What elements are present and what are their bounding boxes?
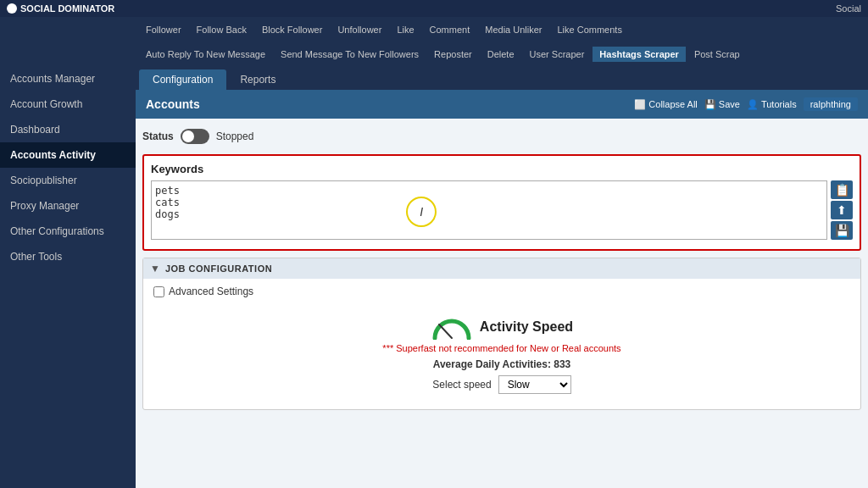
status-toggle[interactable] <box>181 129 209 144</box>
nav-block-follower[interactable]: Block Follower <box>255 22 330 37</box>
keywords-inner: pets cats dogs I 📋 ⬆ 💾 <box>151 180 853 242</box>
nav-post-scrap[interactable]: Post Scrap <box>687 47 747 62</box>
svg-line-0 <box>439 324 452 338</box>
nav-reposter[interactable]: Reposter <box>427 47 479 62</box>
nav-delete[interactable]: Delete <box>481 47 521 62</box>
keywords-copy-button[interactable]: 📋 <box>831 180 853 199</box>
nav-user-scraper[interactable]: User Scraper <box>523 47 592 62</box>
activity-speed-title: Activity Speed <box>480 319 573 335</box>
tab-configuration[interactable]: Configuration <box>139 69 226 90</box>
speed-select-label: Select speed <box>432 379 491 391</box>
nav-media-unliker[interactable]: Media Unliker <box>478 22 548 37</box>
section-collapse-icon: ▼ <box>150 263 160 274</box>
speed-select-row: Select speed Slow Normal Fast Superfast <box>432 375 570 394</box>
sidebar-item-dashboard[interactable]: Dashboard <box>0 117 136 142</box>
nav-row1: Follower Follow Back Block Follower Unfo… <box>136 17 868 42</box>
content-body: Status Stopped Keywords pets cats dogs I… <box>136 119 868 488</box>
app-logo: SOCIAL DOMINATOR <box>7 3 114 14</box>
tutorials-icon: 👤 <box>747 99 759 110</box>
advanced-settings-checkbox[interactable] <box>153 286 164 297</box>
stopped-label: Stopped <box>216 130 254 142</box>
job-config: ▼ JOB CONFIGURATION Advanced Settings <box>142 258 861 410</box>
speed-select[interactable]: Slow Normal Fast Superfast <box>498 375 571 394</box>
sidebar-item-proxy-manager[interactable]: Proxy Manager <box>0 193 136 219</box>
tutorials-label: Tutorials <box>761 99 797 109</box>
speed-header: Activity Speed <box>431 314 573 340</box>
content-header: Accounts ⬜ Collapse All 💾 Save 👤 Tutoria… <box>136 90 868 119</box>
logo-icon <box>7 3 17 14</box>
speed-warning: *** Superfast not recommended for New or… <box>382 343 620 353</box>
nav-like[interactable]: Like <box>390 22 420 37</box>
nav-like-comments[interactable]: Like Comments <box>551 22 629 37</box>
status-row: Status Stopped <box>142 125 861 147</box>
keywords-title: Keywords <box>151 163 853 175</box>
toggle-slider <box>181 129 209 144</box>
save-icon: 💾 <box>704 99 716 110</box>
activity-speed: Activity Speed *** Superfast not recomme… <box>153 306 850 402</box>
tabs-row: Configuration Reports <box>136 66 868 90</box>
speed-daily-value: 833 <box>554 358 570 370</box>
job-config-body: Advanced Settings Activity Speed *** Sup… <box>143 279 860 409</box>
accounts-title: Accounts <box>146 97 200 111</box>
collapse-all-button[interactable]: ⬜ Collapse All <box>634 99 697 110</box>
nav-send-message[interactable]: Send Message To New Followers <box>274 47 426 62</box>
advanced-settings-label[interactable]: Advanced Settings <box>169 286 253 297</box>
nav-follower[interactable]: Follower <box>139 22 188 37</box>
platform-label: Social <box>836 3 861 14</box>
header-actions: ⬜ Collapse All 💾 Save 👤 Tutorials ralpht… <box>634 97 858 111</box>
sidebar-item-accounts-manager[interactable]: Accounts Manager <box>0 66 136 92</box>
speed-daily-label: Average Daily Activities: <box>433 358 551 370</box>
keywords-buttons: 📋 ⬆ 💾 <box>831 180 853 242</box>
collapse-icon: ⬜ <box>634 99 646 110</box>
save-label: Save <box>719 99 740 109</box>
top-bar: SOCIAL DOMINATOR Social <box>0 0 868 17</box>
status-label: Status <box>142 130 174 142</box>
collapse-all-label: Collapse All <box>648 99 697 109</box>
user-badge: ralphthing <box>804 97 858 111</box>
speed-gauge-icon <box>431 314 473 340</box>
keywords-box: Keywords pets cats dogs I 📋 ⬆ 💾 <box>142 154 861 251</box>
sidebar-item-other-tools[interactable]: Other Tools <box>0 244 136 269</box>
advanced-settings-row: Advanced Settings <box>153 286 850 297</box>
keywords-textarea-wrap: pets cats dogs I <box>151 180 827 242</box>
keywords-textarea[interactable]: pets cats dogs <box>151 180 827 240</box>
job-config-header[interactable]: ▼ JOB CONFIGURATION <box>143 258 860 279</box>
sidebar-item-sociopublisher[interactable]: Sociopublisher <box>0 168 136 193</box>
nav-auto-reply[interactable]: Auto Reply To New Message <box>139 47 272 62</box>
nav-hashtags-scraper[interactable]: Hashtags Scraper <box>593 47 686 62</box>
nav-follow-back[interactable]: Follow Back <box>190 22 253 37</box>
keywords-save-button[interactable]: 💾 <box>831 221 853 240</box>
tutorials-button[interactable]: 👤 Tutorials <box>747 99 797 110</box>
tab-reports[interactable]: Reports <box>226 69 289 90</box>
job-config-title: JOB CONFIGURATION <box>165 263 272 274</box>
nav-row2: Auto Reply To New Message Send Message T… <box>136 42 868 66</box>
save-button[interactable]: 💾 Save <box>704 99 740 110</box>
sidebar-item-accounts-activity[interactable]: Accounts Activity <box>0 142 136 168</box>
sidebar: Accounts Manager Account Growth Dashboar… <box>0 17 136 488</box>
keywords-upload-button[interactable]: ⬆ <box>831 201 853 219</box>
main-area: Configuration Reports Accounts ⬜ Collaps… <box>136 66 868 488</box>
app-title: SOCIAL DOMINATOR <box>20 3 114 14</box>
nav-comment[interactable]: Comment <box>423 22 477 37</box>
nav-unfollower[interactable]: Unfollower <box>331 22 388 37</box>
speed-daily: Average Daily Activities: 833 <box>433 358 571 370</box>
sidebar-item-account-growth[interactable]: Account Growth <box>0 92 136 117</box>
sidebar-item-other-configurations[interactable]: Other Configurations <box>0 219 136 244</box>
